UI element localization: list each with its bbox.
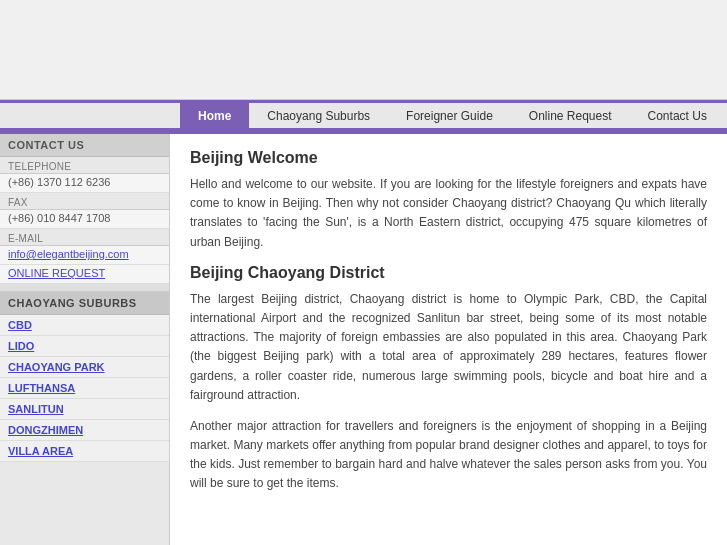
nav-link-lufthansa[interactable]: LUFTHANSA xyxy=(0,378,169,399)
header xyxy=(0,0,727,100)
content-area: Beijing Welcome Hello and welcome to our… xyxy=(170,134,727,545)
telephone-value: (+86) 1370 112 6236 xyxy=(0,174,169,193)
nav-link-dongzhimen[interactable]: DONGZHIMEN xyxy=(0,420,169,441)
nav-item-online-request[interactable]: Online Request xyxy=(511,103,630,128)
nav-item-home[interactable]: Home xyxy=(180,103,249,128)
nav-item-contact-us[interactable]: Contact Us xyxy=(630,103,725,128)
sidebar: CONTACT US TELEPHONE (+86) 1370 112 6236… xyxy=(0,134,170,545)
email-link[interactable]: info@elegantbeijing.com xyxy=(0,246,169,265)
nav-link-chaoyang-park[interactable]: CHAOYANG PARK xyxy=(0,357,169,378)
nav-link-cbd[interactable]: CBD xyxy=(0,315,169,336)
para-welcome: Hello and welcome to our website. If you… xyxy=(190,175,707,252)
email-label: E-MAIL xyxy=(0,229,169,246)
main-layout: CONTACT US TELEPHONE (+86) 1370 112 6236… xyxy=(0,134,727,545)
heading-beijing-welcome: Beijing Welcome xyxy=(190,149,707,167)
nav-bar: Home Chaoyang Suburbs Foreigner Guide On… xyxy=(0,100,727,130)
contact-us-title: CONTACT US xyxy=(0,134,169,157)
heading-chaoyang-district: Beijing Chaoyang District xyxy=(190,264,707,282)
nav-link-sanlitun[interactable]: SANLITUN xyxy=(0,399,169,420)
fax-label: FAX xyxy=(0,193,169,210)
online-request-link[interactable]: ONLINE REQUEST xyxy=(0,265,169,284)
para-shopping: Another major attraction for travellers … xyxy=(190,417,707,494)
telephone-label: TELEPHONE xyxy=(0,157,169,174)
sidebar-divider xyxy=(0,284,169,292)
nav-link-lido[interactable]: LIDO xyxy=(0,336,169,357)
nav-item-chaoyang-suburbs[interactable]: Chaoyang Suburbs xyxy=(249,103,388,128)
fax-value: (+86) 010 8447 1708 xyxy=(0,210,169,229)
nav-item-foreigner-guide[interactable]: Foreigner Guide xyxy=(388,103,511,128)
para-chaoyang: The largest Beijing district, Chaoyang d… xyxy=(190,290,707,405)
chaoyang-suburbs-title: CHAOYANG SUBURBS xyxy=(0,292,169,315)
nav-link-villa-area[interactable]: VILLA AREA xyxy=(0,441,169,462)
